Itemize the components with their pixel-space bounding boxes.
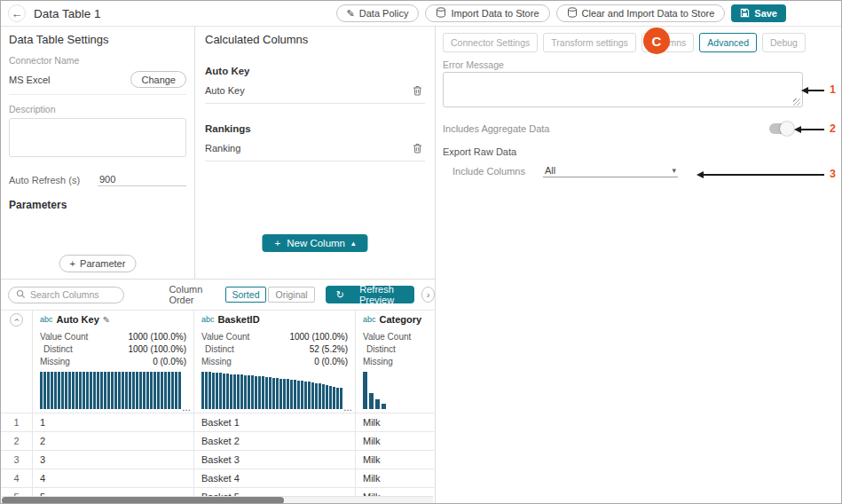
calc-group-rankings: Rankings [205, 123, 425, 134]
clear-import-data-button[interactable]: Clear and Import Data to Store [556, 4, 726, 22]
refresh-preview-label: Refresh Preview [350, 284, 404, 305]
table-row: 2 2 Basket 2 Milk [1, 432, 434, 451]
calc-item-auto-key[interactable]: Auto Key [205, 76, 425, 104]
preview-table: › abc Auto Key ✎ abc BasketID abc Catego… [1, 310, 434, 504]
calc-item-label: Auto Key [205, 85, 245, 96]
back-button[interactable]: ← [8, 4, 26, 22]
cell: Milk [356, 432, 434, 451]
search-icon [16, 289, 26, 301]
cell: Milk [356, 413, 434, 432]
tab-connector-settings[interactable]: Connector Settings [443, 33, 538, 52]
aggregate-data-toggle[interactable] [769, 123, 792, 134]
table-row: 4 4 Basket 4 Milk [1, 469, 434, 488]
plus-icon: + [274, 238, 280, 248]
cell: Basket 3 [194, 451, 356, 469]
collapse-stats-button[interactable]: › [10, 313, 23, 327]
import-data-label: Import Data to Store [451, 8, 539, 19]
chevron-right-icon: › [427, 289, 430, 300]
preview-toolbar: Column Order Sorted Original ↻ Refresh P… [1, 280, 435, 310]
resize-grip-icon[interactable] [793, 98, 800, 106]
add-parameter-button[interactable]: + Parameter [59, 255, 137, 272]
tab-debug[interactable]: Debug [762, 33, 806, 52]
callout-arrow-1 [805, 90, 824, 91]
change-connector-button[interactable]: Change [130, 71, 186, 88]
include-columns-dropdown[interactable]: All ▾ [543, 164, 678, 177]
column-type-badge: abc [40, 315, 53, 324]
delete-ranking-button[interactable] [413, 143, 422, 154]
table-row: 1 1 Basket 1 Milk [1, 413, 434, 432]
database-icon [436, 7, 446, 20]
database-refresh-icon [567, 7, 578, 20]
cell: 1 [33, 413, 194, 432]
new-column-label: New Column [287, 238, 345, 248]
cell: Basket 2 [194, 432, 356, 451]
trash-icon [413, 143, 422, 156]
save-button[interactable]: Save [731, 4, 786, 22]
calculated-columns-title: Calculated Columns [205, 33, 425, 46]
import-data-button[interactable]: Import Data to Store [425, 4, 549, 22]
caret-down-icon: ▾ [672, 166, 676, 175]
column-type-badge: abc [363, 315, 376, 324]
order-sorted-button[interactable]: Sorted [225, 287, 267, 303]
column-header-auto-key[interactable]: abc Auto Key ✎ [33, 311, 194, 328]
histogram-category [363, 372, 427, 409]
includes-aggregate-label: Includes Aggregate Data [443, 123, 549, 134]
cell: Milk [356, 451, 434, 469]
auto-refresh-input[interactable] [98, 173, 186, 186]
callout-circle-c: C [643, 28, 670, 54]
detail-tabs: Connector Settings Transform settings Co… [443, 33, 842, 52]
error-message-textarea[interactable] [443, 72, 803, 107]
save-label: Save [754, 8, 777, 19]
connector-name-label: Connector Name [9, 55, 186, 66]
preview-panel: Column Order Sorted Original ↻ Refresh P… [1, 279, 435, 504]
top-bar: ← Data Table 1 ✎ Data Policy Import Data… [1, 1, 841, 27]
delete-auto-key-button[interactable] [413, 85, 422, 96]
more-indicator: … [182, 403, 191, 413]
refresh-preview-button[interactable]: ↻ Refresh Preview [326, 286, 415, 303]
stats-basketid: Value Count1000 (100.0%) Distinct52 (5.2… [194, 328, 356, 369]
column-header-category[interactable]: abc Category [356, 311, 434, 328]
refresh-icon: ↻ [336, 289, 344, 301]
tab-advanced[interactable]: Advanced [699, 33, 757, 52]
callout-number-2: 2 [830, 122, 836, 135]
histogram-auto-key [40, 372, 186, 409]
search-columns-input[interactable] [30, 289, 116, 300]
clear-import-data-label: Clear and Import Data to Store [582, 8, 715, 19]
horizontal-scrollbar[interactable] [2, 496, 433, 504]
add-parameter-label: Parameter [80, 258, 125, 269]
stats-auto-key: Value Count1000 (100.0%) Distinct1000 (1… [33, 328, 194, 369]
calc-group-auto-key: Auto Key [205, 66, 425, 76]
chevron-up-icon: › [12, 318, 21, 320]
include-columns-label: Include Columns [452, 166, 543, 177]
export-raw-data-title: Export Raw Data [443, 146, 842, 157]
parameters-title: Parameters [9, 199, 186, 211]
column-order-label: Column Order [169, 284, 217, 305]
order-original-button[interactable]: Original [268, 287, 314, 303]
scrollbar-thumb[interactable] [2, 497, 284, 504]
cell: Milk [356, 469, 434, 488]
row-number: 1 [1, 413, 33, 432]
detail-panel: Connector Settings Transform settings Co… [435, 27, 842, 504]
row-number: 3 [1, 451, 33, 469]
more-indicator: … [343, 403, 352, 413]
column-header-basketid[interactable]: abc BasketID [194, 311, 356, 328]
stats-category: Value Count Distinct Missing [356, 328, 434, 369]
tab-transform-settings[interactable]: Transform settings [543, 33, 636, 52]
data-policy-button[interactable]: ✎ Data Policy [336, 4, 420, 22]
new-column-button[interactable]: + New Column ▴ [262, 234, 367, 252]
calc-item-ranking[interactable]: Ranking [205, 134, 425, 161]
include-columns-value: All [545, 165, 555, 176]
cell: 2 [33, 432, 194, 451]
error-message-label: Error Message [443, 59, 842, 70]
settings-panel-title: Data Table Settings [9, 33, 186, 46]
description-textarea[interactable] [9, 118, 186, 157]
caret-up-icon: ▴ [351, 239, 356, 248]
next-columns-button[interactable]: › [421, 287, 435, 303]
edit-column-icon[interactable]: ✎ [103, 315, 110, 325]
calculated-columns-panel: Calculated Columns Auto Key Auto Key Ran… [196, 27, 434, 279]
trash-icon [413, 85, 422, 98]
histogram-basketid [201, 372, 348, 409]
row-number: 2 [1, 432, 33, 451]
pencil-icon: ✎ [347, 8, 355, 20]
cell: Basket 4 [194, 469, 356, 488]
